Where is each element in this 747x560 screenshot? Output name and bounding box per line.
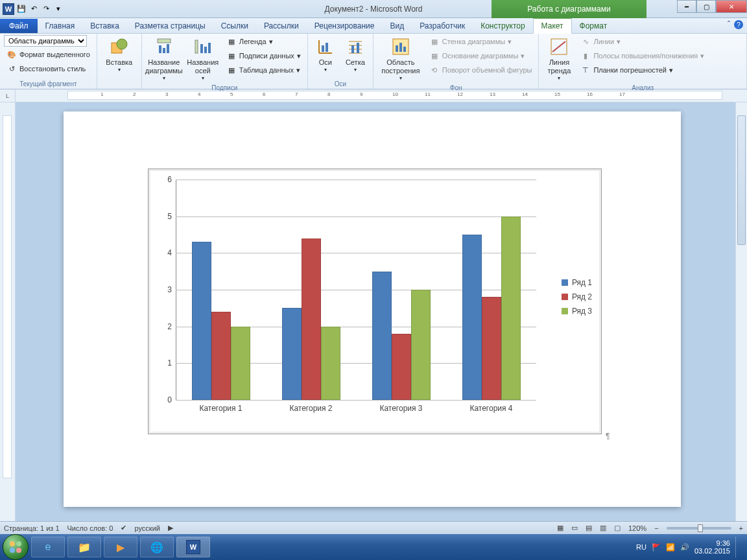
tray-network-icon[interactable]: 📶 [666,543,675,552]
page[interactable]: 0123456Категория 1Категория 2Категория 3… [64,111,681,507]
tab-chart-design[interactable]: Конструктор [473,19,532,33]
qa-more-icon[interactable]: ▾ [53,4,64,14]
bar[interactable] [302,239,321,400]
chart-legend[interactable]: Ряд 1Ряд 2Ряд 3 [562,273,592,321]
bar[interactable] [282,308,302,400]
rotation-button: ⟲Поворот объемной фигуры [427,64,535,76]
tab-developer[interactable]: Разработчик [412,19,473,33]
data-labels-button[interactable]: ▦Подписи данных ▾ [224,49,303,62]
show-desktop-button[interactable] [735,537,741,557]
zoom-slider[interactable] [667,527,731,530]
category-label: Категория 2 [266,404,356,413]
status-proofing-icon[interactable]: ✔ [121,524,126,532]
minimize-button[interactable]: ━ [677,0,696,13]
bar[interactable] [211,312,231,400]
tab-chart-format[interactable]: Формат [572,19,615,33]
zoom-knob[interactable] [698,524,703,532]
scrollbar-thumb[interactable] [737,115,746,245]
insert-button[interactable]: Вставка▾ [101,35,137,75]
tab-references[interactable]: Ссылки [213,19,256,33]
bar[interactable] [372,272,392,400]
bar-group[interactable] [372,272,431,400]
view-print-layout-icon[interactable]: ▦ [557,524,563,532]
tab-home[interactable]: Главная [38,19,83,33]
chart-element-selector[interactable]: Область диаграммы [4,35,87,47]
bar[interactable] [501,216,521,400]
chart-object[interactable]: 0123456Категория 1Категория 2Категория 3… [148,169,602,434]
updown-bars-button: ▮Полосы повышения/понижения ▾ [578,49,707,62]
status-macro-icon[interactable]: ▶ [168,524,173,532]
tab-view[interactable]: Вид [382,19,412,33]
redo-icon[interactable]: ↷ [41,4,51,14]
save-icon[interactable]: 💾 [16,4,27,14]
taskbar-word[interactable]: W [176,537,210,557]
document-scroll-area[interactable]: 0123456Категория 1Категория 2Категория 3… [16,102,735,522]
zoom-in-button[interactable]: + [739,524,743,532]
tab-file[interactable]: Файл [0,19,38,33]
bar[interactable] [192,242,211,400]
tray-clock[interactable]: 9:3603.02.2015 [694,539,730,555]
taskbar-media[interactable]: ▶ [104,537,137,557]
vertical-ruler[interactable] [0,102,16,522]
start-button[interactable] [3,534,29,560]
bar[interactable] [482,297,501,400]
ruler-toggle-icon[interactable] [735,89,747,102]
plot-area[interactable]: 0123456Категория 1Категория 2Категория 3… [176,180,536,400]
bar-group[interactable] [462,216,521,400]
taskbar-ie[interactable]: e [31,537,65,557]
chart-title-button[interactable]: Название диаграммы▾ [146,35,182,83]
tab-insert[interactable]: Вставка [82,19,127,33]
bar[interactable] [411,290,431,400]
gridlines-button[interactable]: Сетка▾ [342,35,369,75]
y-tick-label: 3 [167,285,172,294]
tab-review[interactable]: Рецензирование [307,19,383,33]
taskbar-chrome[interactable]: 🌐 [140,537,174,557]
legend-item[interactable]: Ряд 2 [562,292,592,301]
legend-item[interactable]: Ряд 1 [562,278,592,287]
axis-titles-button[interactable]: Названия осей▾ [185,35,221,83]
tray-volume-icon[interactable]: 🔊 [680,543,689,552]
close-button[interactable]: ✕ [716,0,747,13]
tray-lang[interactable]: RU [636,543,646,551]
undo-icon[interactable]: ↶ [29,4,39,14]
view-web-icon[interactable]: ▤ [586,524,592,532]
bar[interactable] [462,235,482,400]
group-label-selection: Текущий фрагмент [4,79,93,89]
reset-style-button[interactable]: ↺Восстановить стиль [4,62,88,75]
view-outline-icon[interactable]: ▥ [600,524,606,532]
bar[interactable] [321,327,340,400]
status-language[interactable]: русский [134,524,160,532]
vertical-scrollbar[interactable] [735,102,747,522]
tray-flag-icon[interactable]: 🚩 [652,543,661,552]
format-selection-button[interactable]: 🎨Формат выделенного [4,48,93,61]
plot-area-icon [390,36,411,57]
chart-tools-contextual-header: Работа с диаграммами [492,0,646,18]
taskbar-explorer[interactable]: 📁 [67,537,101,557]
zoom-level[interactable]: 120% [628,524,646,532]
tab-page-layout[interactable]: Разметка страницы [127,19,213,33]
view-draft-icon[interactable]: ▢ [614,524,621,532]
trendline-button[interactable]: Линия тренда▾ [543,35,575,83]
legend-item[interactable]: Ряд 3 [562,307,592,316]
minimize-ribbon-icon[interactable]: ˆ [728,20,730,29]
ribbon-tabs: Файл Главная Вставка Разметка страницы С… [0,18,747,34]
bar[interactable] [231,327,250,400]
status-page[interactable]: Страница: 1 из 1 [4,524,60,532]
updown-icon: ▮ [580,51,591,61]
tab-chart-layout[interactable]: Макет [533,18,572,34]
maximize-button[interactable]: ▢ [696,0,716,13]
bar[interactable] [392,334,411,400]
legend-button[interactable]: ▦Легенда ▾ [224,35,303,48]
plot-area-button[interactable]: Область построения▾ [377,35,424,83]
tab-mailings[interactable]: Рассылки [256,19,307,33]
bar-group[interactable] [192,242,250,400]
status-word-count[interactable]: Число слов: 0 [67,524,113,532]
axes-button[interactable]: Оси▾ [312,35,339,75]
bar-group[interactable] [282,239,340,400]
horizontal-ruler[interactable]: 1234567891011121314151617 [67,91,722,100]
view-fullscreen-icon[interactable]: ▭ [571,524,578,532]
data-table-button[interactable]: ▦Таблица данных ▾ [224,64,303,76]
help-icon[interactable]: ? [734,20,743,29]
zoom-out-button[interactable]: − [654,524,658,532]
error-bars-button[interactable]: ⊤Планки погрешностей ▾ [578,64,707,76]
